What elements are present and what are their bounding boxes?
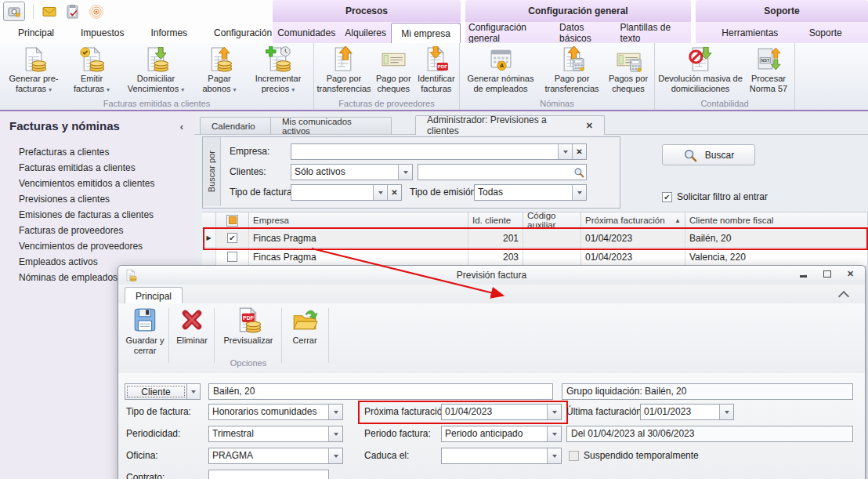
col-cliente-nombre-fiscal[interactable]: Cliente nombre fiscal — [685, 212, 868, 229]
dropdown-arrow-icon[interactable] — [558, 144, 572, 159]
solicitar-filtro-checkbox[interactable]: ✔ — [662, 192, 672, 202]
contrato-input[interactable] — [208, 470, 329, 479]
pago-transferencias-button[interactable]: Pago por transferencias — [314, 45, 374, 93]
empresa-value[interactable] — [291, 144, 558, 159]
sidebar-item-facturas-proveedores[interactable]: Facturas de proveedores — [19, 223, 154, 238]
guardar-cerrar-button[interactable]: Guardar y cerrar — [125, 307, 165, 355]
generar-prefacturas-button[interactable]: Generar pre-facturas▾ — [4, 45, 63, 95]
select-all-checkbox[interactable] — [226, 215, 238, 227]
app-menu-button[interactable] — [3, 2, 25, 21]
incrementar-precios-button[interactable]: Incrementar precios▾ — [247, 45, 309, 95]
cerrar-button[interactable]: Cerrar — [284, 307, 325, 346]
tab-herramientas[interactable]: Herramientas — [717, 22, 783, 43]
dropdown-arrow-icon[interactable] — [572, 185, 586, 200]
row-checkbox-unchecked[interactable] — [227, 252, 237, 262]
col-empresa[interactable]: Empresa — [249, 212, 468, 229]
tab-previsiones-clientes-active[interactable]: Administrador: Previsiones a clientes ✕ — [415, 115, 605, 135]
sidebar-item-facturas-emitidas[interactable]: Facturas emitidas a clientes — [19, 160, 154, 176]
ultima-facturacion-combo[interactable]: 01/01/2023 — [640, 404, 734, 420]
procesar-norma57-button[interactable]: Procesar Norma 57 — [746, 45, 791, 93]
proxima-facturacion-combo[interactable]: 01/04/2023 — [441, 404, 562, 420]
ultima-facturacion-value[interactable]: 01/01/2023 — [641, 405, 719, 419]
tab-comunidades[interactable]: Comunidades — [273, 22, 340, 43]
cell-cliente-nombre-fiscal[interactable]: Valencia, 220 — [685, 248, 868, 267]
dropdown-arrow-icon[interactable] — [187, 383, 201, 400]
cell-proxima-facturacion[interactable]: 01/04/2023 — [581, 248, 685, 267]
tipo-factura-combo[interactable]: ✕ — [291, 184, 402, 201]
dropdown-arrow-icon[interactable] — [328, 405, 342, 419]
identificar-facturas-button[interactable]: Identificar facturas — [414, 45, 459, 93]
close-tab-icon[interactable]: ✕ — [586, 121, 593, 131]
dropdown-arrow-icon[interactable] — [328, 426, 342, 441]
tab-mis-comunicados[interactable]: Mis comunicados activos — [270, 117, 392, 134]
select-all-header[interactable] — [216, 212, 249, 229]
devolucion-masiva-button[interactable]: Devolución masiva de domiciliaciones — [658, 45, 743, 93]
tasks-clipboard-icon[interactable] — [65, 4, 81, 20]
cell-codigo-auxiliar[interactable] — [523, 229, 581, 248]
collapse-ribbon-icon[interactable] — [838, 291, 849, 302]
periodo-factura-value[interactable]: Periodo anticipado — [442, 426, 547, 441]
tab-datos-basicos[interactable]: Datos básicos — [556, 22, 617, 43]
caduca-value[interactable] — [442, 448, 547, 463]
tab-impuestos[interactable]: Impuestos — [67, 22, 137, 43]
generar-nominas-button[interactable]: Generar nóminas de empleados — [462, 45, 539, 93]
clientes-search-input[interactable] — [418, 164, 587, 180]
sidebar-item-previsiones[interactable]: Previsiones a clientes — [19, 191, 154, 207]
periodicidad-combo[interactable]: Trimestral — [208, 426, 343, 442]
dialog-tab-principal[interactable]: Principal — [125, 287, 183, 304]
row-checkbox-cell[interactable]: ✔ — [216, 229, 249, 248]
oficina-value[interactable]: PRAGMA — [209, 448, 328, 463]
dropdown-arrow-icon[interactable] — [398, 165, 412, 180]
cell-empresa[interactable]: Fincas Pragma — [249, 248, 468, 267]
col-proxima-facturacion[interactable]: Próxima facturación▲ — [581, 212, 685, 229]
col-codigo-auxiliar[interactable]: Código auxiliar — [523, 212, 581, 229]
periodicidad-value[interactable]: Trimestral — [209, 426, 328, 441]
pagos-cheques-nominas-button[interactable]: Pagos por cheques — [605, 45, 652, 93]
tab-soporte[interactable]: Soporte — [805, 22, 847, 43]
sidebar-item-vencimientos-emitidos[interactable]: Vencimientos emitidos a clientes — [19, 176, 154, 191]
cliente-split-button[interactable]: Cliente — [125, 383, 201, 400]
clientes-mode-combo[interactable]: Sólo activos — [291, 164, 413, 180]
search-icon[interactable] — [573, 167, 584, 178]
buscar-button[interactable]: Buscar — [662, 144, 755, 165]
dialog-title-bar[interactable]: Previsión factura ✕ — [118, 266, 865, 285]
suspendido-checkbox[interactable] — [569, 451, 579, 461]
tab-alquileres[interactable]: Alquileres — [340, 22, 391, 43]
cell-proxima-facturacion[interactable]: 01/04/2023 — [581, 229, 685, 248]
cell-id-cliente[interactable]: 203 — [468, 248, 523, 267]
proxima-facturacion-value[interactable]: 01/04/2023 — [442, 405, 547, 419]
tab-informes[interactable]: Informes — [137, 22, 201, 43]
cell-codigo-auxiliar[interactable] — [523, 248, 581, 267]
table-row[interactable]: Fincas Pragma 203 01/04/2023 Valencia, 2… — [202, 248, 868, 267]
empresa-combo[interactable]: ✕ — [291, 143, 587, 160]
dropdown-arrow-icon[interactable] — [547, 405, 561, 419]
tab-plantillas-texto[interactable]: Plantillas de texto — [617, 22, 691, 43]
caduca-combo[interactable] — [441, 448, 562, 464]
close-icon[interactable]: ✕ — [844, 268, 857, 280]
dropdown-arrow-icon[interactable] — [547, 426, 561, 441]
oficina-combo[interactable]: PRAGMA — [208, 448, 343, 464]
tab-calendario[interactable]: Calendario — [200, 117, 272, 134]
minimize-icon[interactable] — [797, 268, 810, 280]
cell-cliente-nombre-fiscal[interactable]: Bailén, 20 — [685, 229, 868, 248]
cliente-button-label[interactable]: Cliente — [125, 383, 187, 400]
dropdown-arrow-icon[interactable] — [719, 405, 733, 419]
tipo-emision-combo[interactable]: Todas — [474, 184, 587, 201]
tipo-factura-value[interactable]: Honorarios comunidades — [209, 405, 328, 419]
periodo-factura-combo[interactable]: Periodo anticipado — [441, 426, 562, 442]
sidebar-item-prefacturas[interactable]: Prefacturas a clientes — [19, 144, 154, 160]
clientes-search-value[interactable] — [418, 165, 571, 180]
emitir-facturas-button[interactable]: Emitir facturas▾ — [67, 45, 116, 95]
domiciliar-vencimientos-button[interactable]: Domiciliar Vencimientos▾ — [120, 45, 192, 95]
table-row[interactable]: ▶ ✔ Fincas Pragma 201 01/04/2023 Bailén,… — [202, 229, 868, 248]
cliente-value-field[interactable]: Bailén, 20 — [208, 383, 553, 400]
tipo-emision-value[interactable]: Todas — [475, 185, 572, 200]
tab-principal[interactable]: Principal — [5, 22, 67, 43]
cell-id-cliente[interactable]: 201 — [468, 229, 523, 248]
dropdown-arrow-icon[interactable] — [547, 448, 561, 463]
pagar-abonos-button[interactable]: Pagar abonos▾ — [196, 45, 243, 95]
row-checkbox-cell[interactable] — [216, 248, 249, 267]
tipo-factura-combo[interactable]: Honorarios comunidades — [208, 404, 343, 420]
mail-icon[interactable] — [42, 4, 57, 20]
clear-icon[interactable]: ✕ — [572, 144, 586, 159]
